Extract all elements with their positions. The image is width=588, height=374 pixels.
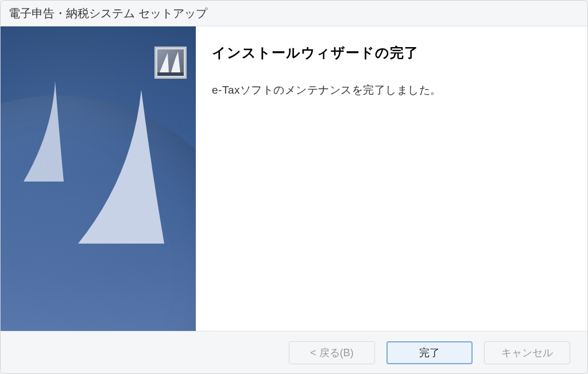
cancel-button: キャンセル xyxy=(484,341,570,364)
window-title: 電子申告・納税システム セットアップ xyxy=(9,6,207,21)
content-area: インストールウィザードの完了 e-Taxソフトのメンテナンスを完了しました。 xyxy=(1,26,587,331)
footer-button-bar: < 戻る(B) 完了 キャンセル xyxy=(1,331,587,373)
wizard-heading: インストールウィザードの完了 xyxy=(212,44,564,62)
main-panel: インストールウィザードの完了 e-Taxソフトのメンテナンスを完了しました。 xyxy=(196,26,587,331)
side-banner xyxy=(1,26,196,331)
installshield-logo-icon xyxy=(154,47,187,79)
finish-button[interactable]: 完了 xyxy=(386,341,473,364)
sail-small-graphic xyxy=(24,81,75,184)
back-button: < 戻る(B) xyxy=(289,341,375,364)
installer-window: 電子申告・納税システム セットアップ xyxy=(0,0,588,374)
sail-large-graphic xyxy=(78,90,181,250)
wizard-body-text: e-Taxソフトのメンテナンスを完了しました。 xyxy=(212,83,564,98)
titlebar: 電子申告・納税システム セットアップ xyxy=(1,1,587,26)
